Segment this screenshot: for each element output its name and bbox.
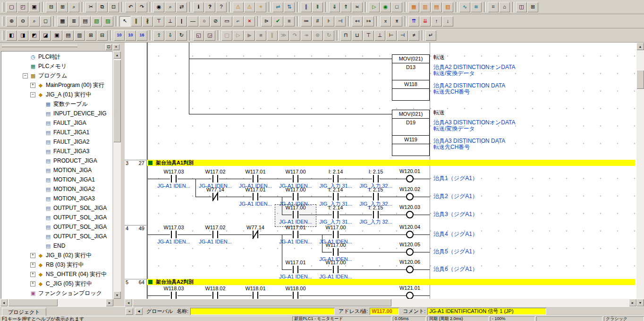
tree-item[interactable]: ▦変数テーブル <box>1 99 112 109</box>
copy-button[interactable]: ⧉ <box>97 2 108 12</box>
scroll-down-button[interactable]: ▼ <box>113 291 121 299</box>
expand-icon[interactable]: + <box>30 253 35 258</box>
tree-item[interactable]: ▤OUTPUT_SOL_JIGA <box>1 203 112 213</box>
new-closed-coil-button[interactable]: ⊘ <box>210 16 221 26</box>
run-simulation-button[interactable]: ▶ <box>244 30 255 41</box>
align-top-button[interactable]: ⌅ <box>380 16 391 26</box>
previous-rung-button[interactable]: ↑ <box>431 16 442 26</box>
time-chart-button[interactable]: ≋ <box>471 2 482 12</box>
online-edit-button[interactable]: ≡ <box>284 16 295 26</box>
force-reset-button[interactable]: ⊣ <box>397 30 408 41</box>
output-coil[interactable] <box>406 193 414 200</box>
collapse-icon[interactable]: − <box>23 73 28 78</box>
verify-program-button[interactable]: ✔ <box>272 16 283 26</box>
align-bottom-button[interactable]: ⌆ <box>391 16 402 26</box>
save-button[interactable]: ▣ <box>29 2 40 12</box>
closed-contact[interactable] <box>252 230 259 239</box>
contact[interactable] <box>252 291 259 299</box>
format-hex-button[interactable]: 16 <box>136 30 147 41</box>
panel-splitter[interactable] <box>121 43 125 306</box>
scrollbar-thumb[interactable] <box>133 299 391 306</box>
scroll-left-button[interactable]: ◄ <box>125 299 132 306</box>
data-trace-button[interactable]: ∿ <box>459 2 470 12</box>
tree-item[interactable]: ▤FAULT_JIGA2 <box>1 137 112 147</box>
show-output-window-button[interactable]: ◨ <box>17 30 28 41</box>
contact[interactable] <box>212 291 219 299</box>
expand-icon[interactable]: + <box>30 83 35 88</box>
toolbar-grip[interactable] <box>2 17 4 26</box>
tree-item[interactable]: ▤INPUT_DEVICE_JIG <box>1 109 112 118</box>
open-watch-sheet-button[interactable]: ◱ <box>193 30 204 41</box>
tree-vertical-scrollbar[interactable]: ▲ ▼ <box>113 51 121 299</box>
contact[interactable] <box>372 210 380 219</box>
tree-item[interactable]: ▤MOTION_JIGA2 <box>1 184 112 194</box>
cascade-windows-button[interactable]: ▣ <box>51 30 62 41</box>
comment-value-field[interactable]: JG-A1 IDENTIFICATION 信号 1 (JP) <box>427 308 546 315</box>
print-preview-button[interactable]: ⌕ <box>68 2 79 12</box>
tree-horizontal-scrollbar[interactable]: ◄ ► <box>0 299 113 306</box>
tree-item[interactable]: ▤OUTPUT_SOL_JIGA <box>1 232 112 241</box>
new-horizontal-line-button[interactable]: — <box>187 16 198 26</box>
float-panel-button[interactable]: ⊡ <box>105 44 112 50</box>
contact[interactable] <box>332 230 339 239</box>
scrollbar-thumb[interactable] <box>113 60 121 142</box>
show-cross-reference-button[interactable]: ◪ <box>40 30 51 41</box>
zoom-out-button[interactable]: ⊖ <box>17 16 28 26</box>
select-tool-button[interactable]: ↖ <box>119 16 130 26</box>
new-file-button[interactable]: ▢ <box>6 2 17 12</box>
about-button[interactable]: ℹ <box>193 2 204 12</box>
show-rung-comments-button[interactable]: ≣ <box>68 16 79 26</box>
find-button[interactable]: ⌕ <box>165 2 176 12</box>
step-over-button[interactable]: ↷ <box>289 30 300 41</box>
format-signed-decimal-button[interactable]: 10 <box>125 30 136 41</box>
close-panel-button[interactable]: × <box>113 44 119 50</box>
set-value-button[interactable]: # <box>312 16 323 26</box>
tree-item[interactable]: ◷PLC時計 <box>1 52 112 61</box>
titlebar-grip[interactable] <box>2 45 77 47</box>
contact[interactable] <box>332 248 339 256</box>
contact[interactable] <box>332 210 339 219</box>
pause-simulation-button[interactable]: ∥ <box>267 30 278 41</box>
download-to-plc-button[interactable]: ⇓ <box>329 2 340 12</box>
monitor-mode-button[interactable]: ◉ <box>380 2 391 12</box>
step-run-button[interactable]: ≫ <box>278 30 289 41</box>
contact[interactable] <box>252 192 259 201</box>
force-cancel-button[interactable]: ≠ <box>408 30 419 41</box>
scroll-left-button[interactable]: ◄ <box>0 299 8 306</box>
force-on-button[interactable]: ⊦ <box>323 16 334 26</box>
scroll-right-button[interactable]: ► <box>106 299 113 306</box>
scrollbar-thumb[interactable] <box>8 299 58 306</box>
tree-item[interactable]: ▤MOTION_JIGA1 <box>1 175 112 184</box>
redo-button[interactable]: ↷ <box>136 2 147 12</box>
instruction-block[interactable]: MOV(021)D13W118 <box>392 54 430 101</box>
toggle-grid-button[interactable]: ▦ <box>57 16 68 26</box>
force-off-button[interactable]: ⊣ <box>335 16 346 26</box>
tree-item[interactable]: ▤FAULT_JIGA3 <box>1 147 112 156</box>
output-coil[interactable] <box>406 175 414 182</box>
memory-card-button[interactable]: ▧ <box>442 2 453 12</box>
toolbar-grip[interactable] <box>2 31 4 40</box>
tree-item[interactable]: +◆JIG_B (02) 実行中 <box>1 251 112 260</box>
open-trace-sheet-button[interactable]: ◲ <box>204 30 215 41</box>
tree-item[interactable]: ▤MOTION_JIGA3 <box>1 194 112 203</box>
new-closed-contact-button[interactable]: ∦ <box>142 16 153 26</box>
tree-item[interactable]: ▤FAULT_JIGA1 <box>1 128 112 137</box>
new-vertical-line-button[interactable]: | <box>176 16 187 26</box>
scroll-up-button[interactable]: ▲ <box>636 43 644 50</box>
contact[interactable] <box>170 291 178 299</box>
scroll-down-button[interactable]: ▼ <box>636 299 644 306</box>
output-coil[interactable] <box>406 292 414 299</box>
plc-memory-button[interactable]: ▦ <box>408 2 419 12</box>
contact[interactable] <box>292 174 299 183</box>
differential-monitor-button[interactable]: ⊓ <box>340 30 351 41</box>
expand-icon[interactable]: + <box>30 272 35 277</box>
contact[interactable] <box>292 230 299 239</box>
new-contact-or-button[interactable]: ⊤ <box>153 16 164 26</box>
new-coil-button[interactable]: ○ <box>199 16 210 26</box>
workspace-titlebar[interactable]: ⊡ × <box>0 43 121 51</box>
print-button[interactable]: ⊞ <box>57 2 68 12</box>
compare-with-plc-button[interactable]: ≍ <box>352 2 363 12</box>
tree-item[interactable]: −▩プログラム <box>1 71 112 80</box>
ladder-vertical-scrollbar[interactable]: ▲ ▼ <box>636 43 644 306</box>
name-input[interactable] <box>190 308 335 315</box>
